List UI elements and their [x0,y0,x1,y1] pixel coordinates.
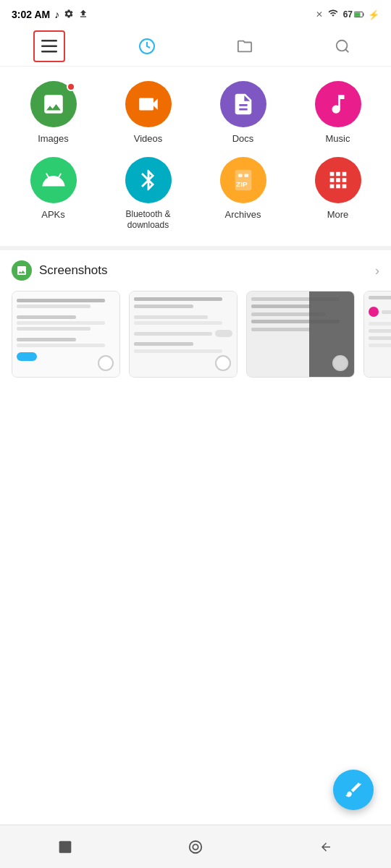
images-icon-circle [30,81,77,127]
files-tab[interactable] [229,30,261,62]
status-time-area: 3:02 AM ♪ [12,9,88,21]
docs-label: Docs [232,133,254,145]
apks-icon-circle [30,157,77,203]
svg-rect-10 [237,174,242,176]
archives-label: Archives [225,209,261,221]
screenshot-item-0[interactable] [12,291,120,378]
status-right-icons: ✕ 67 ⚡ [316,8,379,21]
apks-label: APKs [41,209,65,221]
clean-fab-button[interactable] [333,770,374,810]
category-archives[interactable]: ZIP Archives [196,157,290,231]
screenshots-section: Screenshots › [0,250,391,389]
svg-rect-3 [41,40,57,42]
category-apks[interactable]: APKs [6,157,101,231]
videos-icon-circle [125,81,172,127]
svg-rect-13 [59,841,72,853]
status-time: 3:02 AM [12,9,50,20]
category-docs[interactable]: Docs [196,81,290,145]
nav-bar [0,26,391,67]
bluetooth-icon-circle [125,157,172,203]
home-button[interactable] [174,825,217,869]
notification-dot [67,82,75,91]
category-grid: Images Videos Docs Music APKs Bluetooth … [0,67,391,246]
videos-label: Videos [134,133,163,145]
category-bluetooth[interactable]: Bluetooth & downloads [101,157,196,231]
tiktok-icon: ♪ [54,9,59,20]
archives-icon-circle: ZIP [220,157,266,203]
thumb-select-0 [98,355,114,371]
svg-rect-5 [41,51,57,53]
screenshots-title: Screenshots [39,263,108,278]
wifi-icon [327,8,340,21]
category-more[interactable]: More [290,157,385,231]
screenshots-header: Screenshots › [0,250,391,291]
svg-point-7 [336,40,347,51]
docs-icon-circle [220,81,266,127]
svg-line-8 [345,49,348,52]
recent-tab[interactable] [131,30,163,62]
screenshots-chevron[interactable]: › [375,263,379,278]
thumb-select-2 [332,355,348,371]
cross-signal-icon: ✕ [316,9,323,20]
screenshot-item-2[interactable] [246,291,355,378]
svg-point-14 [190,841,202,853]
screenshots-section-icon [12,260,32,281]
search-tab[interactable] [327,30,358,62]
svg-point-15 [193,844,198,849]
category-images[interactable]: Images [6,81,101,145]
music-icon-circle [315,81,361,127]
more-icon-circle [315,157,361,203]
status-bar: 3:02 AM ♪ ✕ 67 ⚡ [0,0,391,26]
more-label: More [327,209,349,221]
bluetooth-label: Bluetooth & downloads [125,209,170,231]
svg-rect-11 [244,174,248,176]
settings-status-icon [64,9,74,21]
thumb-select-1 [215,355,231,371]
screenshots-list [0,291,391,389]
battery-icon: 67 [343,9,364,20]
images-label: Images [38,133,69,145]
recent-apps-button[interactable] [304,825,348,869]
category-videos[interactable]: Videos [101,81,196,145]
category-music[interactable]: Music [290,81,385,145]
svg-rect-1 [363,13,363,16]
svg-text:ZIP: ZIP [236,179,248,187]
svg-rect-4 [41,45,57,47]
hamburger-menu-button[interactable] [33,30,65,62]
back-button[interactable] [43,825,87,869]
section-title-wrap: Screenshots [12,260,108,281]
lightning-icon: ⚡ [368,9,379,20]
svg-rect-2 [355,12,361,16]
bottom-nav [0,825,391,868]
screenshot-item-3[interactable] [363,291,391,378]
screenshot-item-1[interactable] [129,291,237,378]
music-label: Music [326,133,350,145]
upload-status-icon [78,9,88,21]
